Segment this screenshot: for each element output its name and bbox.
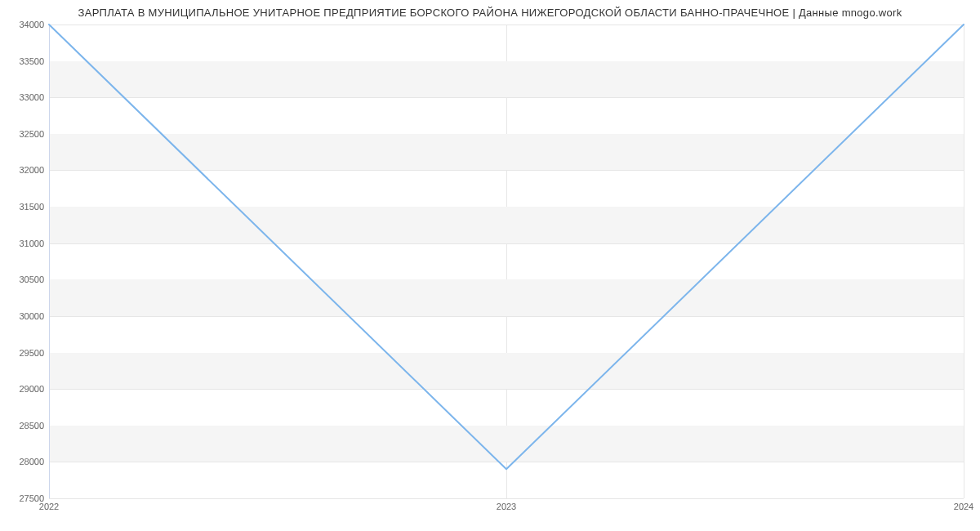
y-tick-label: 32000 (19, 165, 44, 175)
x-gridline (964, 25, 964, 498)
x-tick-label: 2023 (497, 502, 516, 511)
y-gridline (49, 498, 964, 499)
y-tick-label: 31500 (19, 202, 44, 212)
y-tick-label: 29500 (19, 348, 44, 358)
y-tick-label: 33500 (19, 56, 44, 66)
plot-area (49, 25, 964, 498)
x-tick-label: 2024 (954, 502, 973, 511)
y-tick-label: 29000 (19, 384, 44, 394)
y-tick-label: 28500 (19, 421, 44, 431)
line-series (49, 25, 964, 498)
y-tick-label: 32500 (19, 129, 44, 139)
chart-container: ЗАРПЛАТА В МУНИЦИПАЛЬНОЕ УНИТАРНОЕ ПРЕДП… (0, 0, 980, 531)
y-tick-label: 33000 (19, 92, 44, 102)
chart-title: ЗАРПЛАТА В МУНИЦИПАЛЬНОЕ УНИТАРНОЕ ПРЕДП… (0, 7, 980, 19)
y-tick-label: 30500 (19, 274, 44, 284)
y-tick-label: 30000 (19, 311, 44, 321)
x-tick-label: 2022 (39, 502, 59, 511)
y-tick-label: 34000 (19, 20, 44, 29)
y-tick-label: 28000 (19, 457, 44, 466)
y-tick-label: 31000 (19, 239, 44, 248)
